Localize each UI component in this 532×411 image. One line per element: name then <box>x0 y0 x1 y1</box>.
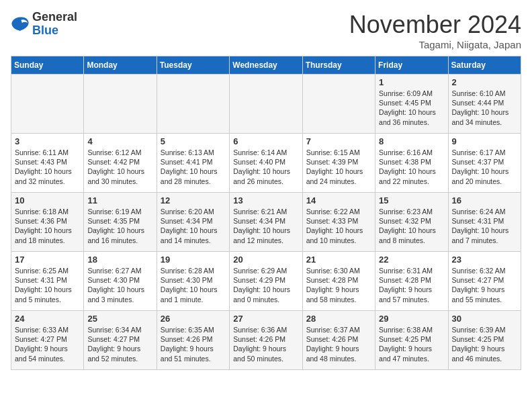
day-info: Daylight: 10 hours and 22 minutes. <box>379 167 444 185</box>
day-info: Daylight: 10 hours and 14 minutes. <box>161 226 226 244</box>
day-info: Daylight: 9 hours and 46 minutes. <box>452 344 517 363</box>
calendar-cell: 1Sunrise: 6:09 AMSunset: 4:45 PMDaylight… <box>375 75 448 134</box>
day-info: Daylight: 10 hours and 18 minutes. <box>15 226 80 244</box>
calendar-cell: 20Sunrise: 6:29 AMSunset: 4:29 PMDayligh… <box>230 252 302 311</box>
day-info: Sunrise: 6:32 AM <box>452 266 517 275</box>
day-info: Sunset: 4:33 PM <box>306 216 371 226</box>
weekday-header-sunday: Sunday <box>11 56 84 75</box>
day-info: Sunrise: 6:25 AM <box>15 266 80 275</box>
day-info: Sunrise: 6:12 AM <box>87 148 152 157</box>
day-number: 5 <box>161 136 226 146</box>
logo-text: General Blue <box>32 11 77 38</box>
day-info: Sunset: 4:38 PM <box>379 157 444 167</box>
location-subtitle: Tagami, Niigata, Japan <box>349 39 521 50</box>
calendar-cell: 16Sunrise: 6:24 AMSunset: 4:31 PMDayligh… <box>448 193 521 252</box>
day-info: Daylight: 10 hours and 28 minutes. <box>161 167 226 185</box>
day-number: 17 <box>15 255 80 265</box>
day-info: Daylight: 10 hours and 32 minutes. <box>15 167 80 185</box>
day-info: Sunrise: 6:09 AM <box>379 89 444 98</box>
weekday-header-monday: Monday <box>84 56 157 75</box>
calendar-week-3: 10Sunrise: 6:18 AMSunset: 4:36 PMDayligh… <box>11 193 521 252</box>
day-info: Sunrise: 6:30 AM <box>306 266 371 275</box>
day-info: Daylight: 10 hours and 5 minutes. <box>15 285 80 304</box>
day-info: Daylight: 9 hours and 47 minutes. <box>379 344 444 363</box>
day-number: 12 <box>161 195 226 205</box>
day-number: 26 <box>161 314 226 324</box>
day-info: Daylight: 9 hours and 54 minutes. <box>15 344 80 363</box>
calendar-cell <box>302 75 375 134</box>
day-info: Sunrise: 6:27 AM <box>87 266 152 275</box>
calendar-cell: 2Sunrise: 6:10 AMSunset: 4:44 PMDaylight… <box>448 75 521 134</box>
day-info: Sunset: 4:40 PM <box>233 157 298 167</box>
day-number: 25 <box>87 314 152 324</box>
day-info: Sunrise: 6:11 AM <box>15 148 80 157</box>
day-info: Sunset: 4:43 PM <box>15 157 80 167</box>
day-info: Daylight: 10 hours and 7 minutes. <box>452 226 517 244</box>
day-info: Sunrise: 6:28 AM <box>161 266 226 275</box>
day-info: Daylight: 10 hours and 10 minutes. <box>306 226 371 244</box>
day-number: 30 <box>452 314 517 324</box>
day-number: 10 <box>15 195 80 205</box>
day-info: Sunset: 4:44 PM <box>452 98 517 107</box>
day-info: Sunset: 4:34 PM <box>233 216 298 226</box>
weekday-header-wednesday: Wednesday <box>230 56 302 75</box>
day-info: Sunrise: 6:10 AM <box>452 89 517 98</box>
day-info: Sunset: 4:30 PM <box>161 275 226 285</box>
day-info: Sunset: 4:39 PM <box>306 157 371 167</box>
day-info: Sunrise: 6:23 AM <box>379 207 444 216</box>
day-number: 19 <box>161 255 226 265</box>
day-number: 22 <box>379 255 444 265</box>
day-info: Sunrise: 6:39 AM <box>452 325 517 334</box>
calendar-cell: 30Sunrise: 6:39 AMSunset: 4:25 PMDayligh… <box>448 311 521 370</box>
calendar-cell: 22Sunrise: 6:31 AMSunset: 4:28 PMDayligh… <box>375 252 448 311</box>
calendar-cell: 8Sunrise: 6:16 AMSunset: 4:38 PMDaylight… <box>375 134 448 193</box>
day-number: 23 <box>452 255 517 265</box>
calendar-cell: 7Sunrise: 6:15 AMSunset: 4:39 PMDaylight… <box>302 134 375 193</box>
day-info: Sunset: 4:42 PM <box>87 157 152 167</box>
day-number: 18 <box>87 255 152 265</box>
day-info: Sunset: 4:41 PM <box>161 157 226 167</box>
day-info: Sunrise: 6:29 AM <box>233 266 298 275</box>
day-number: 11 <box>87 195 152 205</box>
calendar-cell: 10Sunrise: 6:18 AMSunset: 4:36 PMDayligh… <box>11 193 84 252</box>
day-info: Daylight: 10 hours and 30 minutes. <box>87 167 152 185</box>
calendar-cell: 25Sunrise: 6:34 AMSunset: 4:27 PMDayligh… <box>84 311 157 370</box>
day-info: Sunset: 4:32 PM <box>379 216 444 226</box>
day-number: 13 <box>233 195 298 205</box>
day-info: Sunrise: 6:16 AM <box>379 148 444 157</box>
calendar-cell: 9Sunrise: 6:17 AMSunset: 4:37 PMDaylight… <box>448 134 521 193</box>
logo-bird-icon <box>11 16 30 32</box>
calendar-cell <box>157 75 229 134</box>
day-info: Sunrise: 6:34 AM <box>87 325 152 334</box>
weekday-header-thursday: Thursday <box>302 56 375 75</box>
day-info: Sunset: 4:26 PM <box>233 334 298 344</box>
day-number: 8 <box>379 136 444 146</box>
day-info: Daylight: 10 hours and 16 minutes. <box>87 226 152 244</box>
day-info: Daylight: 10 hours and 12 minutes. <box>233 226 298 244</box>
month-title: November 2024 <box>349 11 521 39</box>
weekday-header-tuesday: Tuesday <box>157 56 229 75</box>
calendar-cell: 12Sunrise: 6:20 AMSunset: 4:34 PMDayligh… <box>157 193 229 252</box>
weekday-header-friday: Friday <box>375 56 448 75</box>
day-info: Sunrise: 6:38 AM <box>379 325 444 334</box>
calendar-week-5: 24Sunrise: 6:33 AMSunset: 4:27 PMDayligh… <box>11 311 521 370</box>
day-number: 29 <box>379 314 444 324</box>
day-number: 4 <box>87 136 152 146</box>
calendar-week-2: 3Sunrise: 6:11 AMSunset: 4:43 PMDaylight… <box>11 134 521 193</box>
day-info: Sunrise: 6:24 AM <box>452 207 517 216</box>
weekday-header-saturday: Saturday <box>448 56 521 75</box>
day-info: Daylight: 10 hours and 3 minutes. <box>87 285 152 304</box>
day-number: 24 <box>15 314 80 324</box>
day-info: Daylight: 10 hours and 20 minutes. <box>452 167 517 185</box>
day-number: 2 <box>452 77 517 87</box>
day-info: Daylight: 9 hours and 48 minutes. <box>306 344 371 363</box>
day-info: Sunrise: 6:19 AM <box>87 207 152 216</box>
day-info: Sunset: 4:26 PM <box>306 334 371 344</box>
day-number: 3 <box>15 136 80 146</box>
day-info: Daylight: 10 hours and 0 minutes. <box>233 285 298 304</box>
calendar-cell: 28Sunrise: 6:37 AMSunset: 4:26 PMDayligh… <box>302 311 375 370</box>
day-info: Sunset: 4:25 PM <box>452 334 517 344</box>
day-info: Sunset: 4:34 PM <box>161 216 226 226</box>
day-info: Sunset: 4:27 PM <box>15 334 80 344</box>
day-info: Daylight: 10 hours and 1 minute. <box>161 285 226 304</box>
